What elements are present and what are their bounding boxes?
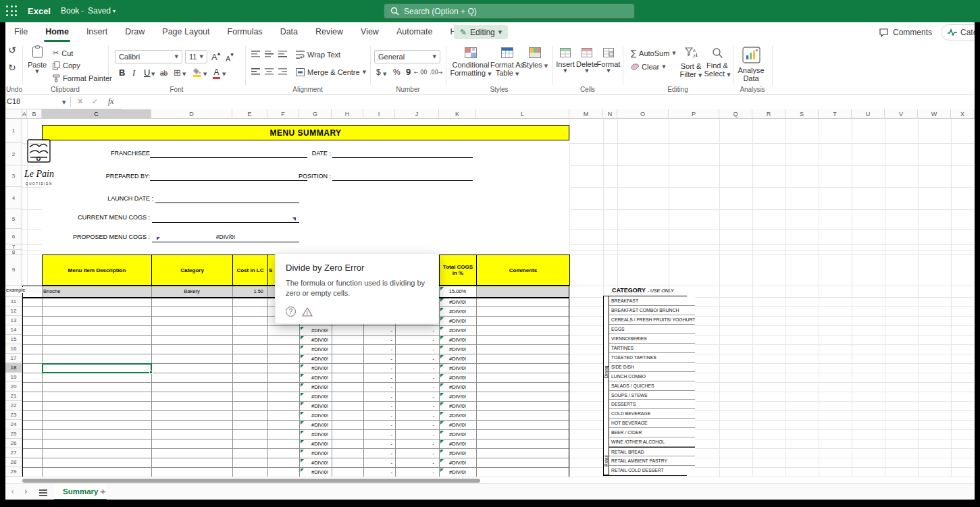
select-all-corner[interactable] <box>5 109 22 119</box>
fill-handle[interactable] <box>149 371 153 374</box>
header-cost-in-lc[interactable]: Cost in LC <box>232 255 268 286</box>
column-header-G[interactable]: G <box>299 109 332 119</box>
cell-K27[interactable]: #DIV/0! <box>439 448 476 458</box>
column-header-P[interactable]: P <box>669 109 719 119</box>
column-header-F[interactable]: F <box>267 109 299 119</box>
header-category[interactable]: Category <box>151 255 233 286</box>
row-header-29[interactable]: 29 <box>5 467 22 477</box>
tab-formulas[interactable]: Formulas <box>219 22 272 42</box>
cell-I16[interactable]: - <box>363 344 392 354</box>
category-item[interactable]: RETAIL COLD DESSERT <box>609 466 695 475</box>
row-header-24[interactable]: 24 <box>5 420 22 429</box>
cell-J16[interactable]: - <box>395 344 434 354</box>
percent-style-button[interactable]: % <box>393 68 401 77</box>
font-color-chevron[interactable]: ▼ <box>222 72 226 77</box>
undo-button[interactable]: ↺ <box>8 45 16 55</box>
category-item[interactable]: VIENNOISERIES <box>609 334 695 344</box>
align-middle-icon[interactable] <box>265 51 274 59</box>
column-header-R[interactable]: R <box>752 109 785 119</box>
chevron-down-icon[interactable]: ▾ <box>113 0 115 22</box>
row-header-28[interactable]: 28 <box>5 458 22 467</box>
comments-button[interactable]: Comments <box>879 25 932 40</box>
cell-G17[interactable]: #DIV/0! <box>299 354 330 363</box>
copy-button[interactable]: Copy <box>53 61 80 70</box>
position-line[interactable] <box>332 180 473 181</box>
cell-G23[interactable]: #DIV/0! <box>299 410 330 420</box>
all-sheets-icon[interactable] <box>39 489 47 491</box>
format-painter-button[interactable]: Format Painter <box>53 74 112 82</box>
row-header-5[interactable]: 5 <box>5 209 22 229</box>
category-item[interactable]: HOT BEVERAGE <box>609 419 695 428</box>
column-header-Q[interactable]: Q <box>719 109 752 119</box>
row-header-7[interactable]: 7 <box>5 244 22 250</box>
cell-K14[interactable]: #DIV/0! <box>439 325 476 335</box>
category-item[interactable]: BREAKFAST COMBO/ BRUNCH <box>609 306 695 315</box>
cell-J24[interactable]: - <box>395 420 434 429</box>
cell-G20[interactable]: #DIV/0! <box>299 382 330 392</box>
borders-chevron[interactable]: ▼ <box>182 72 186 77</box>
row-header-11[interactable]: 11 <box>5 297 22 306</box>
conditional-formatting-button[interactable]: Conditional Formatting ▼ <box>448 47 493 78</box>
category-item[interactable]: RETAIL AMBIENT PASTRY <box>609 456 695 466</box>
align-center-icon[interactable] <box>265 68 274 76</box>
row-header-9[interactable]: 9 <box>5 255 22 286</box>
row-header-3[interactable]: 3 <box>5 165 22 187</box>
row-header-12[interactable]: 12 <box>5 306 22 316</box>
find-select-button[interactable]: Find & Select ▼ <box>702 47 732 79</box>
decrease-font-size-button[interactable]: A▼ <box>226 52 234 64</box>
row-header-21[interactable]: 21 <box>5 392 22 401</box>
date-line[interactable] <box>332 157 473 158</box>
cell-G14[interactable]: #DIV/0! <box>299 325 330 335</box>
cell-K25[interactable]: #DIV/0! <box>439 429 476 439</box>
bold-button[interactable]: B <box>119 68 125 78</box>
proposed-cogs-line[interactable] <box>152 242 299 242</box>
cell-D10[interactable]: Bakery <box>151 286 232 297</box>
cell-J25[interactable]: - <box>395 429 434 439</box>
decrease-decimal-button[interactable]: .00→ <box>430 70 442 76</box>
cell-K13[interactable]: #DIV/0! <box>439 316 476 325</box>
cell-C10[interactable]: Brioche <box>43 286 150 297</box>
cell-J15[interactable]: - <box>395 335 434 344</box>
cell-K26[interactable]: #DIV/0! <box>439 439 476 448</box>
underline-options-chevron[interactable]: ▼ <box>151 72 155 77</box>
tab-review[interactable]: Review <box>307 22 352 42</box>
cell-G24[interactable]: #DIV/0! <box>299 420 330 429</box>
cell-I17[interactable]: - <box>363 354 392 363</box>
column-header-T[interactable]: T <box>819 109 852 119</box>
category-item[interactable]: CEREALS / FRESH FRUITS/ YOGHURT <box>609 315 695 325</box>
borders-button[interactable]: ⊞ <box>174 68 181 78</box>
row-header-1[interactable]: 1 <box>5 119 22 143</box>
wrap-text-button[interactable]: Wrap Text <box>296 51 340 59</box>
row-header-17[interactable]: 17 <box>5 354 22 363</box>
form-title-banner[interactable]: MENU SUMMARY <box>42 125 569 140</box>
row-header-14[interactable]: 14 <box>5 325 22 335</box>
cell-I24[interactable]: - <box>363 420 392 429</box>
cell-K20[interactable]: #DIV/0! <box>439 382 476 392</box>
cell-J21[interactable]: - <box>395 392 434 401</box>
cell-J19[interactable]: - <box>395 373 434 382</box>
column-header-X[interactable]: X <box>951 109 975 119</box>
cell-I23[interactable]: - <box>363 410 392 420</box>
cell-K17[interactable]: #DIV/0! <box>439 354 476 363</box>
row-header-4[interactable]: 4 <box>5 187 22 209</box>
cell-K24[interactable]: #DIV/0! <box>439 420 476 429</box>
column-header-M[interactable]: M <box>569 109 603 119</box>
redo-button[interactable]: ↻ <box>8 62 16 73</box>
comma-style-button[interactable]: 9 <box>406 67 411 77</box>
autosum-button[interactable]: ∑ AutoSum ▼ <box>631 49 676 58</box>
cell-G22[interactable]: #DIV/0! <box>299 401 330 410</box>
cell-I15[interactable]: - <box>363 335 392 344</box>
row-header-6[interactable]: 6 <box>5 229 22 244</box>
category-item[interactable]: DESSERTS <box>609 400 695 409</box>
column-header-A[interactable]: A <box>22 109 27 119</box>
row-header-16[interactable]: 16 <box>5 344 22 354</box>
category-item[interactable]: SIDE DISH <box>609 363 695 372</box>
cell-I19[interactable]: - <box>363 373 392 382</box>
strikethrough-button[interactable]: ab <box>160 70 167 77</box>
category-item[interactable]: BREAKFAST <box>609 296 695 306</box>
save-status[interactable]: Saved <box>88 0 111 22</box>
category-item[interactable]: WINE /OTHER ALCOHOL <box>609 437 695 447</box>
cell-I22[interactable]: - <box>363 401 392 410</box>
clear-button[interactable]: Clear ▼ <box>631 63 666 71</box>
confirm-entry-icon[interactable]: ✓ <box>92 97 98 106</box>
